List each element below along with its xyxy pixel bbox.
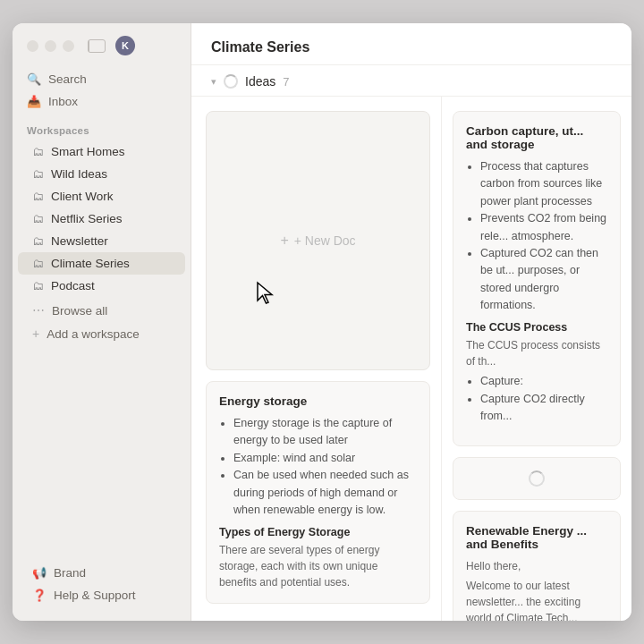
carbon-capture-card[interactable]: Carbon capture, ut... and storage Proces… xyxy=(453,111,621,446)
dots-icon: ⋯ xyxy=(32,303,45,318)
energy-storage-card[interactable]: Energy storage Energy storage is the cap… xyxy=(206,381,430,604)
main-content: Climate Series ▾ Ideas 7 + + New Doc Ene… xyxy=(191,23,631,621)
bullet-item: Capture: xyxy=(480,373,607,390)
card-bullets: Process that captures carbon from source… xyxy=(466,158,607,314)
browse-all-button[interactable]: ⋯ Browse all xyxy=(18,299,185,322)
help-label: Help & Support xyxy=(54,589,136,602)
sidebar-item-label: Newsletter xyxy=(51,234,108,248)
plus-icon: + xyxy=(32,326,39,341)
workspace-icon: 🗂 xyxy=(32,257,44,270)
brand-icon: 📢 xyxy=(32,566,47,580)
sidebar-bottom: 📢 Brand ❓ Help & Support xyxy=(13,562,191,612)
bullet-item: Captured CO2 can then be ut... purposes,… xyxy=(480,245,607,315)
renewable-energy-card[interactable]: Renewable Energy ... and Benefits Hello … xyxy=(453,511,621,622)
bullet-item: Energy storage is the capture of energy … xyxy=(233,415,417,450)
cards-left-column: + + New Doc Energy storage Energy storag… xyxy=(191,97,442,621)
main-subheader: ▾ Ideas 7 xyxy=(191,65,631,97)
sidebar-item-climate-series[interactable]: 🗂 Climate Series xyxy=(18,252,185,275)
workspace-icon: 🗂 xyxy=(32,234,44,248)
card-section-title: Types of Energy Storage xyxy=(219,526,417,538)
sidebar-item-newsletter[interactable]: 🗂 Newsletter xyxy=(18,230,185,252)
add-workspace-label: Add a workspace xyxy=(47,327,140,341)
cards-area: + + New Doc Energy storage Energy storag… xyxy=(191,97,631,621)
sidebar-item-client-work[interactable]: 🗂 Client Work xyxy=(18,185,185,208)
card-content: Energy storage Energy storage is the cap… xyxy=(207,382,429,603)
sidebar-item-podcast[interactable]: 🗂 Podcast xyxy=(18,275,185,297)
loading-spinner xyxy=(529,470,545,487)
sidebar-item-label: Climate Series xyxy=(51,257,130,270)
loading-spinner xyxy=(224,74,238,89)
bullet-item: Capture CO2 directly from... xyxy=(480,391,607,426)
add-workspace-button[interactable]: + Add a workspace xyxy=(18,322,185,345)
sidebar-item-label: Client Work xyxy=(51,190,114,203)
card-intro: Hello there, xyxy=(466,558,607,574)
card-bullets: Energy storage is the capture of energy … xyxy=(219,415,417,519)
card-section-title: The CCUS Process xyxy=(466,321,607,334)
help-icon: ❓ xyxy=(32,589,47,602)
workspace-icon: 🗂 xyxy=(32,190,44,203)
sidebar-item-wild-ideas[interactable]: 🗂 Wild Ideas xyxy=(18,163,185,185)
help-support-button[interactable]: ❓ Help & Support xyxy=(18,584,185,606)
loading-card xyxy=(453,457,621,500)
plus-new-icon: + xyxy=(280,233,288,249)
close-dot[interactable] xyxy=(27,40,38,52)
sidebar-item-label: Netflix Series xyxy=(51,212,123,225)
sidebar: K 🔍 Search 📥 Inbox Workspaces 🗂 Smart Ho… xyxy=(13,23,191,621)
search-label: Search xyxy=(48,72,87,86)
main-header: Climate Series xyxy=(191,23,631,65)
brand-label: Brand xyxy=(54,566,86,580)
sidebar-item-label: Smart Homes xyxy=(51,145,125,158)
workspaces-section-label: Workspaces xyxy=(13,113,191,140)
sidebar-item-netflix-series[interactable]: 🗂 Netflix Series xyxy=(18,208,185,230)
card-sub-bullets: Capture: Capture CO2 directly from... xyxy=(466,373,607,425)
cards-right-column: Carbon capture, ut... and storage Proces… xyxy=(442,97,631,621)
bullet-item: Example: wind and solar xyxy=(233,450,417,467)
card-title: Energy storage xyxy=(219,394,417,408)
bullet-item: Can be used when needed such as during p… xyxy=(233,467,417,519)
search-icon: 🔍 xyxy=(27,72,41,86)
card-body: The CCUS process consists of th... xyxy=(466,337,607,369)
workspace-icon: 🗂 xyxy=(32,279,44,292)
inbox-label: Inbox xyxy=(48,95,78,108)
layout-icon[interactable] xyxy=(88,39,106,53)
new-doc-label: + New Doc xyxy=(294,233,356,248)
subheader-count: 7 xyxy=(283,75,289,89)
new-doc-card[interactable]: + + New Doc xyxy=(206,111,430,370)
chevron-down-icon[interactable]: ▾ xyxy=(211,76,216,88)
browse-all-label: Browse all xyxy=(52,304,107,318)
brand-button[interactable]: 📢 Brand xyxy=(18,562,185,584)
sidebar-item-smart-homes[interactable]: 🗂 Smart Homes xyxy=(18,140,185,163)
sidebar-item-label: Podcast xyxy=(51,279,95,292)
maximize-dot[interactable] xyxy=(63,40,74,52)
window-controls: K xyxy=(13,36,191,68)
minimize-dot[interactable] xyxy=(45,40,56,52)
subheader-ideas-title: Ideas xyxy=(245,74,275,89)
avatar[interactable]: K xyxy=(115,36,135,55)
bullet-item: Prevents CO2 from being rele... atmosphe… xyxy=(480,210,607,245)
card-title: Renewable Energy ... and Benefits xyxy=(466,524,607,551)
sidebar-inbox[interactable]: 📥 Inbox xyxy=(13,90,191,113)
sidebar-item-label: Wild Ideas xyxy=(51,167,107,181)
bullet-item: Process that captures carbon from source… xyxy=(480,158,607,210)
sidebar-search[interactable]: 🔍 Search xyxy=(13,68,191,90)
workspace-icon: 🗂 xyxy=(32,145,44,158)
workspace-icon: 🗂 xyxy=(32,212,44,225)
card-title: Carbon capture, ut... and storage xyxy=(466,124,607,151)
card-body: Welcome to our latest newsletter... the … xyxy=(466,578,607,622)
page-title: Climate Series xyxy=(211,39,309,55)
card-body: There are several types of energy storag… xyxy=(219,542,417,590)
inbox-icon: 📥 xyxy=(27,95,41,108)
workspace-icon: 🗂 xyxy=(32,167,44,181)
